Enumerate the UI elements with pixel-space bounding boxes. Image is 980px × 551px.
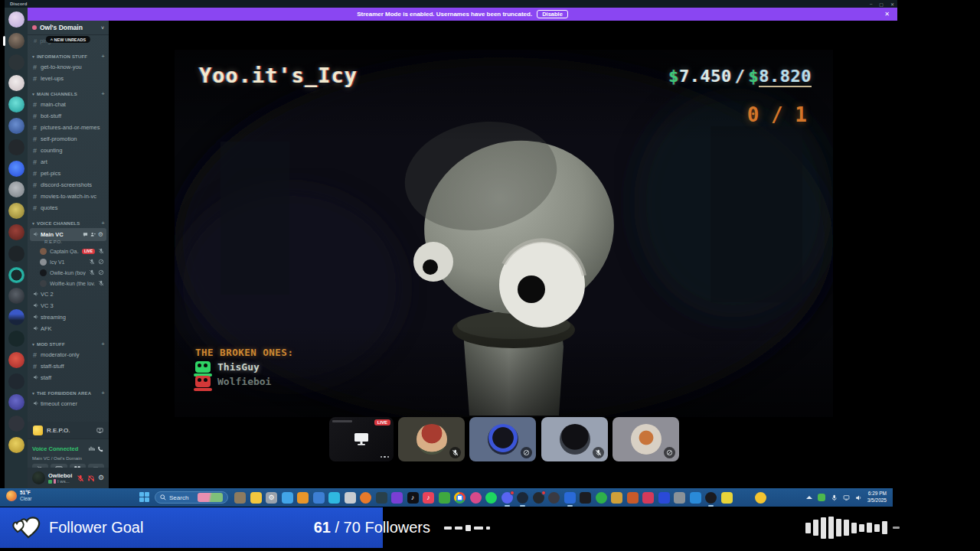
taskbar-app-blue-star-icon[interactable] xyxy=(658,492,670,504)
taskbar-folder-icon[interactable] xyxy=(234,492,246,504)
section-header-the-forbidden-area[interactable]: ▼THE FORBIDDEN AREA+ xyxy=(28,389,109,398)
stream-preview-tile[interactable]: LIVE xyxy=(329,417,394,461)
add-channel-icon[interactable]: + xyxy=(101,91,105,97)
participant-tile[interactable] xyxy=(398,417,465,461)
add-channel-icon[interactable]: + xyxy=(101,341,105,347)
channel-vc-3[interactable]: VC 3 xyxy=(30,300,106,311)
server-grid-icon[interactable] xyxy=(8,416,24,432)
taskbar-app-green-icon[interactable] xyxy=(596,492,607,504)
tray-mic-icon[interactable] xyxy=(831,491,838,504)
noise-suppression-icon[interactable] xyxy=(88,442,95,455)
server-teal-ring-icon[interactable] xyxy=(8,267,24,283)
taskbar-google-drive-icon[interactable] xyxy=(721,492,733,504)
deafen-muted-icon[interactable] xyxy=(87,471,95,485)
channel-get-to-know-you[interactable]: #get-to-know-you xyxy=(30,61,106,73)
server-header[interactable]: Owl's Domain ˅ xyxy=(28,21,109,35)
server-shuriken-icon[interactable] xyxy=(8,288,24,304)
channel-level-ups[interactable]: #level-ups xyxy=(30,73,106,84)
add-channel-icon[interactable]: + xyxy=(101,54,105,60)
taskbar-tiktok-icon[interactable]: ♪ xyxy=(407,492,419,504)
channel-art[interactable]: #art xyxy=(30,156,106,168)
taskbar-steam-icon[interactable] xyxy=(517,492,528,504)
server-teal-gem-icon[interactable] xyxy=(8,96,24,112)
channel-discord-screenshots[interactable]: #discord-screenshots xyxy=(30,179,106,191)
server-dark-1-icon[interactable] xyxy=(8,54,24,70)
participant-tile[interactable] xyxy=(612,417,679,461)
server-gk-icon[interactable] xyxy=(8,331,24,347)
taskbar-files-yellow-icon[interactable] xyxy=(611,492,622,504)
taskbar-wallpaper-engine-icon[interactable] xyxy=(564,492,576,504)
taskbar-minecraft-icon[interactable] xyxy=(439,492,450,504)
tray-network-icon[interactable] xyxy=(843,491,850,504)
taskbar-app-a-icon[interactable] xyxy=(376,492,387,504)
taskbar-mail-icon[interactable] xyxy=(282,492,293,504)
channel-staff[interactable]: staff xyxy=(30,372,106,383)
channel-counting[interactable]: #counting xyxy=(30,145,106,156)
taskbar-settings-icon[interactable]: ⚙ xyxy=(266,492,277,504)
taskbar-github-icon[interactable] xyxy=(533,492,544,504)
server-red-icon[interactable] xyxy=(8,352,24,368)
search-box[interactable]: Search xyxy=(155,491,228,504)
channel-pictures-and-or-memes[interactable]: #pictures-and-or-memes xyxy=(30,122,106,133)
settings-gear-icon[interactable]: ⚙ xyxy=(98,474,104,481)
channel-streaming[interactable]: streaming xyxy=(30,311,106,323)
clock[interactable]: 6:29 PM 3/5/2025 xyxy=(867,491,887,504)
taskbar-chrome-icon[interactable] xyxy=(454,492,466,504)
activity-card[interactable]: R.E.P.O. xyxy=(28,422,109,439)
participant-tile[interactable] xyxy=(469,417,536,461)
channel-vc-2[interactable]: VC 2 xyxy=(30,289,106,300)
server-blue-icon[interactable] xyxy=(8,118,24,134)
taskbar-calculator-icon[interactable] xyxy=(297,492,309,504)
taskbar-spotify-icon[interactable] xyxy=(485,492,497,504)
weather-widget[interactable]: 51°F Clear xyxy=(6,490,32,501)
taskbar-opera-gx-icon[interactable] xyxy=(548,492,560,504)
channel-staff-stuff[interactable]: #staff-stuff xyxy=(30,360,106,372)
taskbar-notepad-icon[interactable] xyxy=(345,492,356,504)
add-channel-icon[interactable]: + xyxy=(101,220,105,227)
voice-member-owlie-kun-boyf-[interactable]: Owlie-kun (boyf... xyxy=(40,267,109,278)
server-wolf-icon[interactable] xyxy=(8,33,24,49)
server-blue-gem-icon[interactable] xyxy=(8,161,24,177)
channel-movies-to-watch-in-vc[interactable]: #movies-to-watch-in-vc xyxy=(30,191,106,202)
server-darkred-icon[interactable] xyxy=(8,224,24,240)
taskbar-terraria-icon[interactable] xyxy=(627,492,639,504)
taskbar-store-icon[interactable] xyxy=(360,492,371,504)
taskbar-app-pink-icon[interactable] xyxy=(470,492,482,504)
channel-timeout-corner[interactable]: timeout corner xyxy=(30,398,106,409)
channel-quotes[interactable]: #quotes xyxy=(30,202,106,214)
taskbar-app-purple-icon[interactable] xyxy=(391,492,403,504)
taskbar-app-car-icon[interactable] xyxy=(674,492,685,504)
stream-video[interactable]: Yoo.it's_Icy $7.450/$8.820 0 / 1 THE BRO… xyxy=(175,50,833,417)
close-button[interactable]: ✕ xyxy=(890,2,894,7)
new-unreads-pill[interactable]: ^ NEW UNREADS xyxy=(46,36,90,43)
taskbar-apple-music-icon[interactable]: ♪ xyxy=(423,492,434,504)
channel-main-chat[interactable]: #main-chat xyxy=(30,99,106,110)
section-header-mod-stuff[interactable]: ▼MOD STUFF+ xyxy=(28,340,109,349)
server-pale-icon[interactable] xyxy=(8,75,24,91)
mic-muted-icon[interactable] xyxy=(77,471,84,485)
channel-moderator-only[interactable]: #moderator-only xyxy=(30,349,106,360)
voice-member-icy-v1[interactable]: Icy V1 xyxy=(40,256,109,267)
server-dark-4-icon[interactable] xyxy=(8,373,24,390)
voice-member-wolfie-kun-the-lov-[interactable]: Wolfie-kun (the lov... xyxy=(40,278,109,289)
taskbar-discord-icon[interactable] xyxy=(501,492,513,504)
channel-bot-stuff[interactable]: #bot-stuff xyxy=(30,110,106,122)
taskbar-paint3d-icon[interactable] xyxy=(328,492,340,504)
taskbar-photos-icon[interactable] xyxy=(313,492,325,504)
server-gray-icon[interactable] xyxy=(8,181,24,197)
disconnect-icon[interactable] xyxy=(97,442,104,455)
taskbar-emoji-app-icon[interactable] xyxy=(755,492,766,504)
taskbar-dolphin-icon[interactable] xyxy=(690,492,701,504)
server-blue-band-icon[interactable] xyxy=(8,309,24,325)
channel-pet-pics[interactable]: #pet-pics xyxy=(30,168,106,179)
start-button[interactable] xyxy=(139,492,150,503)
tray-app-icon[interactable] xyxy=(818,494,825,501)
discord-home-icon[interactable] xyxy=(8,11,24,28)
participant-tile[interactable] xyxy=(541,417,608,461)
section-header-voice-channels[interactable]: ▼VOICE CHANNELS+ xyxy=(28,219,109,228)
tray-expand-icon[interactable] xyxy=(806,496,812,499)
server-dark-2-icon[interactable] xyxy=(8,139,24,155)
server-art-icon[interactable] xyxy=(8,203,24,219)
server-dark-3-icon[interactable] xyxy=(8,246,24,262)
minimize-button[interactable]: – xyxy=(870,2,872,6)
